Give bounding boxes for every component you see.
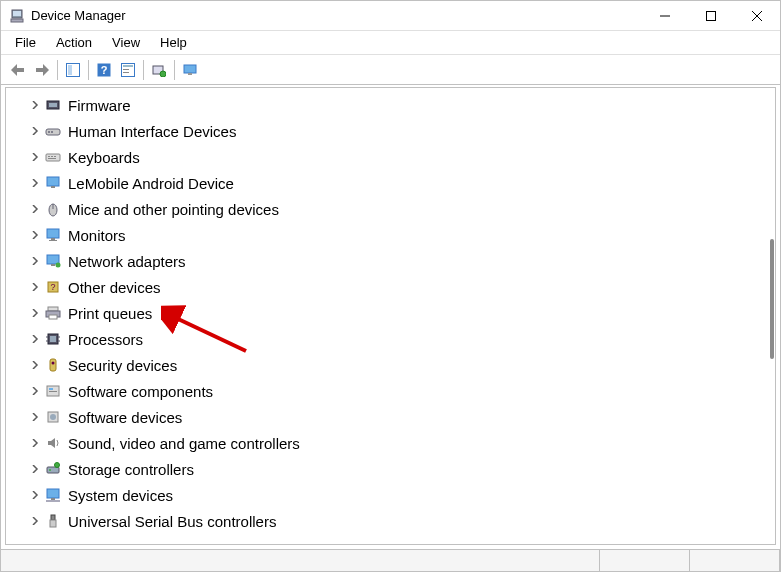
svg-rect-37 (49, 240, 57, 241)
close-button[interactable] (734, 1, 780, 31)
back-button[interactable] (7, 59, 29, 81)
device-tree-panel: FirmwareHuman Interface DevicesKeyboards… (5, 87, 776, 545)
window-controls (642, 1, 780, 31)
svg-rect-15 (123, 69, 129, 70)
svg-rect-43 (48, 307, 58, 311)
category-label: Firmware (68, 97, 131, 114)
svg-rect-63 (51, 498, 55, 500)
category-sound[interactable]: Sound, video and game controllers (6, 430, 775, 456)
svg-point-53 (52, 362, 55, 365)
svg-rect-36 (51, 238, 55, 240)
menu-action[interactable]: Action (46, 33, 102, 52)
category-security[interactable]: Security devices (6, 352, 775, 378)
svg-point-61 (55, 463, 60, 468)
category-cpu[interactable]: Processors (6, 326, 775, 352)
chevron-right-icon[interactable] (28, 358, 42, 372)
chevron-right-icon[interactable] (28, 306, 42, 320)
category-label: Other devices (68, 279, 161, 296)
svg-rect-19 (184, 65, 196, 73)
scrollbar[interactable] (768, 89, 774, 543)
window-title: Device Manager (31, 8, 642, 23)
help-button[interactable]: ? (93, 59, 115, 81)
chevron-right-icon[interactable] (28, 176, 42, 190)
svg-point-25 (51, 131, 53, 133)
chevron-right-icon[interactable] (28, 410, 42, 424)
svg-point-18 (160, 71, 166, 77)
svg-rect-22 (49, 103, 57, 107)
device-tree: FirmwareHuman Interface DevicesKeyboards… (6, 88, 775, 538)
svg-rect-1 (13, 11, 21, 16)
category-android[interactable]: LeMobile Android Device (6, 170, 775, 196)
softcomp-icon (44, 382, 62, 400)
other-icon: ? (44, 278, 62, 296)
category-system[interactable]: System devices (6, 482, 775, 508)
menu-help[interactable]: Help (150, 33, 197, 52)
svg-rect-35 (47, 229, 59, 238)
category-label: Human Interface Devices (68, 123, 236, 140)
category-other[interactable]: ?Other devices (6, 274, 775, 300)
chevron-right-icon[interactable] (28, 150, 42, 164)
chevron-right-icon[interactable] (28, 280, 42, 294)
statusbar (1, 549, 780, 571)
category-mouse[interactable]: Mice and other pointing devices (6, 196, 775, 222)
mouse-icon (44, 200, 62, 218)
chevron-right-icon[interactable] (28, 228, 42, 242)
app-icon (9, 8, 25, 24)
chevron-right-icon[interactable] (28, 332, 42, 346)
chevron-right-icon[interactable] (28, 514, 42, 528)
printer-icon (44, 304, 62, 322)
svg-rect-14 (123, 65, 133, 67)
svg-text:?: ? (50, 282, 55, 292)
toolbar: ? (1, 55, 780, 85)
svg-rect-39 (51, 264, 55, 266)
system-icon (44, 486, 62, 504)
menubar: File Action View Help (1, 31, 780, 55)
category-label: Network adapters (68, 253, 186, 270)
category-network[interactable]: Network adapters (6, 248, 775, 274)
chevron-right-icon[interactable] (28, 98, 42, 112)
scan-hardware-button[interactable] (148, 59, 170, 81)
svg-rect-30 (48, 158, 56, 159)
category-printer[interactable]: Print queues (6, 300, 775, 326)
svg-rect-47 (50, 336, 56, 342)
forward-button[interactable] (31, 59, 53, 81)
svg-point-24 (48, 131, 50, 133)
chevron-right-icon[interactable] (28, 254, 42, 268)
status-pane-main (1, 550, 600, 571)
chevron-right-icon[interactable] (28, 384, 42, 398)
cpu-icon (44, 330, 62, 348)
chevron-right-icon[interactable] (28, 202, 42, 216)
category-softcomp[interactable]: Software components (6, 378, 775, 404)
chevron-right-icon[interactable] (28, 488, 42, 502)
chevron-right-icon[interactable] (28, 462, 42, 476)
category-keyboard[interactable]: Keyboards (6, 144, 775, 170)
scrollbar-thumb[interactable] (770, 239, 774, 359)
svg-point-58 (50, 414, 56, 420)
svg-rect-64 (46, 500, 60, 502)
category-monitor[interactable]: Monitors (6, 222, 775, 248)
category-label: Storage controllers (68, 461, 194, 478)
svg-rect-55 (49, 388, 53, 390)
category-storage[interactable]: Storage controllers (6, 456, 775, 482)
chevron-right-icon[interactable] (28, 436, 42, 450)
usb-icon (44, 512, 62, 530)
show-all-devices-button[interactable] (179, 59, 201, 81)
svg-rect-29 (54, 156, 56, 157)
minimize-button[interactable] (642, 1, 688, 31)
svg-rect-62 (47, 489, 59, 498)
category-usb[interactable]: Universal Serial Bus controllers (6, 508, 775, 534)
menu-file[interactable]: File (5, 33, 46, 52)
category-label: Keyboards (68, 149, 140, 166)
firmware-icon (44, 96, 62, 114)
chevron-right-icon[interactable] (28, 124, 42, 138)
svg-rect-27 (48, 156, 50, 157)
menu-view[interactable]: View (102, 33, 150, 52)
show-hide-tree-button[interactable] (62, 59, 84, 81)
category-firmware[interactable]: Firmware (6, 92, 775, 118)
maximize-button[interactable] (688, 1, 734, 31)
toolbar-divider (174, 60, 175, 80)
svg-rect-20 (188, 73, 192, 75)
properties-button[interactable] (117, 59, 139, 81)
category-hid[interactable]: Human Interface Devices (6, 118, 775, 144)
category-softdev[interactable]: Software devices (6, 404, 775, 430)
